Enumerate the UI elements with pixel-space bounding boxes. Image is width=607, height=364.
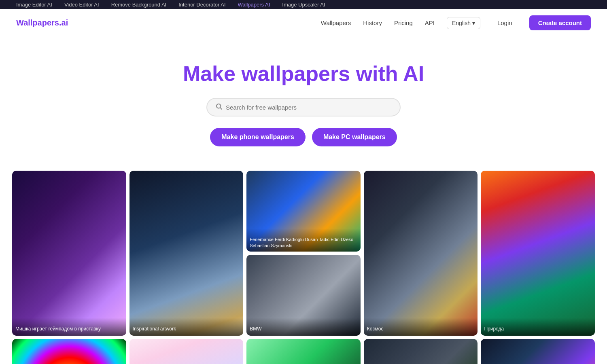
gallery-item-5[interactable]: Природа	[481, 171, 595, 336]
gallery: Мишка играет геймпадом в приставку Inspi…	[0, 163, 607, 364]
top-bar: Image Editor AI Video Editor AI Remove B…	[0, 0, 607, 9]
svg-line-1	[220, 108, 222, 109]
hero-title: Make wallpapers with AI	[8, 61, 599, 86]
search-bar	[206, 98, 401, 116]
nav-history[interactable]: History	[363, 19, 382, 26]
make-pc-wallpapers-button[interactable]: Make PC wallpapers	[312, 128, 397, 146]
svg-point-0	[216, 104, 221, 108]
main-nav: Wallpapers.ai Wallpapers History Pricing…	[0, 9, 607, 37]
logo[interactable]: Wallpapers.ai	[16, 18, 68, 28]
gallery-item-1[interactable]: Мишка играет геймпадом в приставку	[12, 171, 126, 336]
gallery-item-stadium[interactable]	[246, 339, 361, 364]
gallery-item-bmw[interactable]: BMW	[246, 255, 361, 336]
gallery-item-dreamscape[interactable]	[481, 339, 595, 364]
gallery-item-3[interactable]: Fenerbahce Ferdi Kadıoğlu Dusan Tadic Ed…	[246, 171, 361, 252]
gallery-item-2[interactable]: Inspirational artwork	[129, 171, 244, 336]
chevron-down-icon: ▾	[472, 20, 475, 26]
gallery-label-1: Мишка играет геймпадом в приставку	[12, 318, 126, 336]
hero-section: Make wallpapers with AI Make phone wallp…	[0, 37, 607, 163]
gallery-label-5: Природа	[481, 318, 595, 336]
topbar-link-image-editor[interactable]: Image Editor AI	[16, 2, 52, 8]
nav-wallpapers[interactable]: Wallpapers	[321, 19, 351, 26]
nav-api[interactable]: API	[425, 19, 435, 26]
topbar-link-video-editor[interactable]: Video Editor AI	[64, 2, 99, 8]
topbar-link-upscaler[interactable]: Image Upscaler AI	[282, 2, 325, 8]
gallery-label-3: Fenerbahce Ferdi Kadıoğlu Dusan Tadic Ed…	[246, 229, 361, 252]
create-account-button[interactable]: Create account	[529, 15, 591, 30]
gallery-item-owl[interactable]	[364, 339, 478, 364]
language-selector[interactable]: English ▾	[447, 17, 480, 29]
topbar-link-interior[interactable]: Interior Decorator AI	[178, 2, 225, 8]
search-icon	[215, 103, 223, 112]
nav-pricing[interactable]: Pricing	[394, 19, 413, 26]
gallery-label-2: Inspirational artwork	[129, 318, 244, 336]
gallery-item-psychedelic[interactable]: Tame impala album currents, vortex shedd…	[12, 339, 126, 364]
hero-buttons: Make phone wallpapers Make PC wallpapers	[8, 128, 599, 146]
login-button[interactable]: Login	[492, 16, 517, 30]
language-label: English	[452, 20, 471, 26]
gallery-item-anime[interactable]: アニメ ファンタジー	[129, 339, 244, 364]
gallery-label-cosmos: Космос	[364, 318, 478, 336]
topbar-link-wallpapers[interactable]: Wallpapers AI	[238, 2, 270, 8]
make-phone-wallpapers-button[interactable]: Make phone wallpapers	[210, 128, 306, 146]
gallery-item-4[interactable]: Космос	[364, 171, 478, 336]
search-input[interactable]	[226, 104, 392, 111]
gallery-label-bmw: BMW	[246, 318, 361, 336]
topbar-link-remove-bg[interactable]: Remove Background AI	[111, 2, 167, 8]
